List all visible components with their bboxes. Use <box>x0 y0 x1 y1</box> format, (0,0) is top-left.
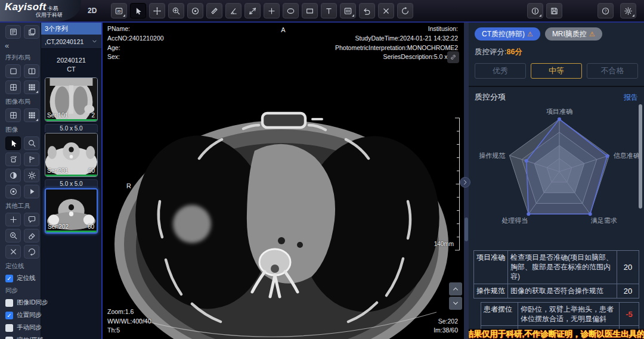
grade-button-1[interactable]: 中等 <box>531 63 582 79</box>
ellipse-roi-tool-icon <box>286 7 295 15</box>
image-layout-3x3-button[interactable] <box>24 108 39 122</box>
export-panel-button[interactable] <box>24 25 39 39</box>
image-invert-button[interactable] <box>5 169 21 182</box>
qc-row-desc: 图像的获取是否符合操作规范 <box>508 284 617 298</box>
image-pointer-button[interactable] <box>5 136 21 150</box>
ellipse-roi-tool-button[interactable] <box>283 3 299 18</box>
dropdown-corner-mark <box>352 14 354 17</box>
qc-tab-label: CT质控(肺部) <box>482 29 525 39</box>
undo-tool-button[interactable] <box>359 3 375 18</box>
expand-panel-button[interactable] <box>460 177 470 188</box>
zoom-tool-button[interactable] <box>168 3 184 18</box>
unchecked-checkbox[interactable] <box>5 299 13 307</box>
eraser-tool-button[interactable] <box>24 229 39 242</box>
probe-tool-icon <box>267 7 276 15</box>
annotate-add-button[interactable] <box>5 213 21 226</box>
undo-tool-icon <box>363 7 371 15</box>
save-tool-button[interactable] <box>546 3 562 18</box>
ct-axial-image[interactable] <box>103 23 464 339</box>
pointer-tool-button[interactable] <box>130 3 146 18</box>
qc-row-desc: 仰卧位，双臂上举抱头，患者体位摆放合适，无明显偏斜 <box>518 303 620 326</box>
qc-row-label: 操作规范 <box>474 284 508 298</box>
lens-tool-button[interactable] <box>5 229 21 242</box>
cobb-angle-tool-button[interactable] <box>244 3 261 18</box>
dropdown-corner-mark <box>539 14 541 17</box>
checked-checkbox[interactable]: ✓ <box>5 312 13 319</box>
series-layout-1x2-button[interactable] <box>24 64 39 78</box>
unchecked-checkbox[interactable] <box>5 324 13 332</box>
series-thumbnail-ser-201[interactable]: Ser:20160 <box>45 133 98 177</box>
warning-icon: ⚠ <box>527 30 533 38</box>
grade-button-0[interactable]: 优秀 <box>475 63 526 79</box>
zoom-tool-icon <box>172 7 181 15</box>
series-loaded-bar <box>45 119 97 121</box>
svg-text:项目准确: 项目准确 <box>546 108 572 115</box>
mode-2d-button[interactable]: 2D <box>111 3 127 18</box>
checkbox-row: ✓位置同步 <box>5 310 41 320</box>
save-tool-icon <box>550 7 559 15</box>
toolbar-left-group: 2D <box>111 3 413 18</box>
image-magnifier-button[interactable] <box>24 136 39 150</box>
length-tool-button[interactable] <box>206 3 222 18</box>
image-layout-2x2-button[interactable] <box>5 108 21 122</box>
toolbar-mid-group <box>527 3 562 18</box>
series-thumbnail-ser-202[interactable]: Ser:20260 <box>45 188 98 234</box>
rect-roi-tool-button[interactable] <box>302 3 318 18</box>
report-panel-button[interactable] <box>5 25 21 39</box>
annotate-comment-button[interactable] <box>24 213 39 226</box>
series-thumbnail-ser-101[interactable]: Ser:1012 <box>45 77 98 122</box>
link-series-button[interactable] <box>447 51 459 63</box>
qc-tab-mri[interactable]: MRI脑质控⚠ <box>545 27 602 41</box>
qc-row-desc: 检查项目是否准确(项目如脑部、胸部、腹部是否在标准的范围内容) <box>508 251 617 284</box>
clear-tool-button[interactable] <box>5 245 21 259</box>
series-dropdown[interactable]: ,CT,20240121 <box>41 35 101 49</box>
image-invert-icon <box>9 171 18 180</box>
collapse-sidebar-button[interactable]: « <box>5 41 41 50</box>
qc-radar-chart: 项目准确信息准确满足需求处理得当操作规范 <box>473 105 639 249</box>
viewer-scrollbar-thumb[interactable] <box>465 217 468 241</box>
svg-text:操作规范: 操作规范 <box>479 152 505 159</box>
next-image-button[interactable] <box>449 297 462 310</box>
image-step-icon <box>27 155 36 164</box>
delete-tool-button[interactable] <box>378 3 394 18</box>
series-layout-2x2-button[interactable] <box>5 80 21 94</box>
series-layout-3x3-button[interactable] <box>24 80 39 94</box>
restore-tool-button[interactable] <box>24 245 39 259</box>
help-button[interactable]: ? <box>597 3 614 18</box>
eraser-tool-icon <box>27 231 36 240</box>
image-viewport[interactable]: PName: AccNO:2401210200 Age: Sex: A Inst… <box>101 23 464 339</box>
image-rotate-button[interactable] <box>5 153 21 166</box>
settings-button[interactable] <box>620 3 636 18</box>
image-rotate-icon <box>9 155 18 164</box>
prev-image-button[interactable] <box>449 282 462 296</box>
qc-score-value: 86分 <box>506 48 522 56</box>
angle-tool-button[interactable] <box>225 3 242 18</box>
sidebar-section-label: 图像布局 <box>5 98 41 106</box>
text-tool-button[interactable] <box>321 3 337 18</box>
pan-tool-button[interactable] <box>149 3 165 18</box>
series-layout-3x3-icon <box>27 83 36 92</box>
info-tool-button[interactable] <box>527 3 543 18</box>
qc-panel-scrollbar-thumb[interactable] <box>639 104 642 209</box>
qc-tab-ct[interactable]: CT质控(肺部)⚠ <box>475 27 540 41</box>
report-link[interactable]: 报告 <box>624 92 638 102</box>
checkbox-label: 定位线 <box>17 274 36 282</box>
grade-button-2[interactable]: 不合格 <box>587 63 638 79</box>
series-layout-1x1-button[interactable] <box>5 64 21 78</box>
image-play-button[interactable] <box>24 185 39 198</box>
checked-checkbox[interactable]: ✓ <box>5 275 13 282</box>
image-target-button[interactable] <box>5 185 21 198</box>
dropdown-corner-mark <box>632 14 634 17</box>
reset-tool-button[interactable] <box>397 3 413 18</box>
image-step-button[interactable] <box>24 153 39 166</box>
window-level-tool-button[interactable] <box>187 3 203 18</box>
probe-tool-button[interactable] <box>264 3 280 18</box>
series-layout-2x2-icon <box>9 83 18 92</box>
cine-tool-button[interactable] <box>340 3 356 18</box>
image-layout-3x3-icon <box>27 111 36 120</box>
svg-text:信息准确: 信息准确 <box>614 152 639 159</box>
unchecked-checkbox[interactable] <box>5 337 13 339</box>
image-brightness-button[interactable] <box>24 169 39 182</box>
image-pointer-icon <box>9 139 18 148</box>
qc-section-title: 质控分项 <box>475 92 506 102</box>
